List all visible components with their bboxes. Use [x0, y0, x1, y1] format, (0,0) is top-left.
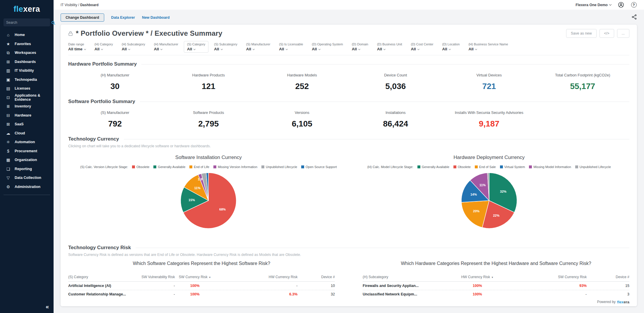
dashboard-title: * Portfolio Overview * / Executive Summa… [76, 29, 222, 37]
account-icon[interactable] [618, 2, 624, 8]
sidebar-item-applications-evidence[interactable]: ⊡Applications & Evidence [0, 93, 54, 102]
row-value: 15 [587, 284, 629, 288]
column-header-sw-vulnerability-risk[interactable]: SW Vulnerability Risk [138, 275, 175, 279]
change-dashboard-button[interactable]: Change Dashboard [61, 13, 104, 22]
stat-s-manufacturer: (S) Manufacturer792 [68, 110, 162, 129]
legend-swatch [132, 165, 135, 168]
chevron-down-icon [221, 48, 223, 50]
search-icon[interactable] [52, 21, 54, 24]
chevron-down-icon [193, 48, 196, 50]
stat-value: 55,177 [536, 82, 630, 91]
stat-value: 9,187 [442, 119, 536, 129]
filter-d-cost-center[interactable]: (D) Cost CenterAll [411, 42, 433, 51]
breadcrumb-section[interactable]: IT Visibility [61, 3, 77, 7]
saas-icon: ⊠ [6, 122, 11, 126]
cloud-icon: ☁ [6, 131, 11, 136]
org-switcher[interactable]: Flexera One Demo [576, 3, 611, 7]
column-header-device[interactable]: Device # [297, 275, 335, 279]
sidebar-item-technopedia[interactable]: ▣Technopedia [0, 75, 54, 84]
pie-slice-label: 11% [479, 183, 486, 187]
filter-d-location[interactable]: (D) LocationAll [442, 42, 460, 51]
sidebar-item-saas[interactable]: ⊠SaaS [0, 120, 54, 129]
filter-s-manufacturer[interactable]: (S) ManufacturerAll [246, 42, 270, 51]
filter-s-is-licensable[interactable]: (S) Is LicensableAll [279, 42, 303, 51]
sidebar-item-label: Organization [15, 158, 37, 162]
sidebar-item-it-visibility[interactable]: ▥IT Visibility [0, 66, 54, 75]
legend-swatch [475, 165, 478, 168]
share-icon[interactable] [632, 14, 637, 21]
data-explorer-link[interactable]: Data Explorer [111, 16, 135, 20]
chevron-down-icon [475, 48, 477, 50]
legend-swatch [453, 165, 456, 168]
save-as-new-button[interactable]: Save as new [566, 29, 597, 38]
filter-h-subcategory[interactable]: (H) SubcategoryAll [122, 42, 145, 51]
legend-swatch [500, 165, 503, 168]
column-header-hw-currency-risk[interactable]: HW Currency Risk▼ [440, 275, 515, 279]
legend-item-missing-model-information: Missing Model Information [529, 165, 571, 169]
sidebar-item-home[interactable]: ⌂Home [0, 30, 54, 40]
embed-code-button[interactable]: </> [600, 29, 614, 38]
column-header-hw-currency-risk[interactable]: HW Currency Risk [215, 275, 297, 279]
stat-h-manufacturer: (H) Manufacturer30 [68, 73, 162, 91]
sidebar-item-label: Data Collection [15, 176, 41, 180]
sidebar-item-procurement[interactable]: $Procurement [0, 147, 54, 156]
filter-date-range[interactable]: Date rangeAll time [68, 42, 86, 51]
filter-d-business-unit[interactable]: (D) Business UnitAll [377, 42, 402, 51]
sidebar-item-favorites[interactable]: ★Favorites [0, 40, 54, 49]
search-input[interactable] [6, 20, 52, 25]
filter-h-business-service-name[interactable]: (H) Business Service NameAll [468, 42, 508, 51]
legend-item-obsolete: Obsolete [453, 165, 471, 169]
software-installation-currency-pie[interactable]: 68%15%11%1.9% [177, 170, 239, 231]
sidebar-item-dashboards[interactable]: ⊞Dashboards [0, 57, 54, 66]
legend-item-open-source-support: Open Source Support [301, 165, 337, 169]
sidebar-item-workspaces[interactable]: ⧉Workspaces [0, 48, 54, 57]
hardware-deployment-currency-pie[interactable]: 32%22%20%14%11% [458, 170, 520, 231]
legend-swatch [301, 165, 304, 168]
star-icon: ★ [6, 42, 11, 46]
filter-d-operating-system[interactable]: (D) Operating SystemAll [312, 42, 343, 51]
sidebar-item-inventory[interactable]: ≣Inventory [0, 102, 54, 111]
sidebar-item-licenses[interactable]: ▤Licenses [0, 84, 54, 93]
column-header-device[interactable]: Device # [587, 275, 629, 279]
hardware-summary-heading: Hardware Portfolio Summary [68, 61, 629, 67]
table-row[interactable]: Artificial Intelligence (AI)-100%-10 [68, 282, 335, 290]
sidebar-item-automation[interactable]: ⚛Automation [0, 138, 54, 147]
column-header-sw-currency-risk[interactable]: SW Currency Risk▼ [175, 275, 215, 279]
sidebar-search[interactable] [4, 18, 50, 26]
new-dashboard-link[interactable]: New Dashboard [142, 16, 169, 20]
table-title: Which Hardware Categories Represent the … [363, 261, 629, 266]
sidebar-item-organization[interactable]: ▦Organization [0, 155, 54, 165]
column-header-sw-currency-risk[interactable]: SW Currency Risk [515, 275, 587, 279]
sidebar-collapse-button[interactable]: « [0, 303, 54, 313]
more-options-button[interactable]: ... [617, 29, 629, 38]
sidebar-item-data-collection[interactable]: ▽Data Collection [0, 173, 54, 182]
legend-item-generally-available: Generally Available [417, 165, 449, 169]
table-row[interactable]: Firewalls and Security Applian...100%93%… [363, 282, 629, 290]
dashboards-icon: ⊞ [6, 59, 11, 64]
sidebar-item-administration[interactable]: ⚙Administration [0, 182, 54, 191]
help-icon[interactable]: ? [631, 2, 637, 8]
filter-d-domain[interactable]: (D) DomainAll [352, 42, 368, 51]
row-category: Firewalls and Security Applian... [363, 284, 440, 288]
hardware-stats: (H) Manufacturer30Hardware Products121Ha… [68, 73, 629, 91]
filter-h-manufacturer[interactable]: (H) ManufacturerAll [154, 42, 178, 51]
sidebar-item-reporting[interactable]: ❏Reporting [0, 165, 54, 174]
legend-swatch [417, 165, 420, 168]
flexera-logo[interactable]: flexera [0, 0, 54, 17]
top-bar: IT Visibility / Dashboard Flexera One De… [54, 0, 644, 10]
filter-s-category[interactable]: (S) CategoryAll [184, 41, 208, 53]
table-header-row: (H) SubcategoryHW Currency Risk▼SW Curre… [363, 273, 629, 282]
legend-swatch [261, 165, 264, 168]
column-header-s-category[interactable]: (S) Category [68, 275, 138, 279]
row-category: Artificial Intelligence (AI) [68, 284, 138, 288]
sidebar-item-cloud[interactable]: ☁Cloud [0, 129, 54, 138]
sidebar-item-hardware[interactable]: ⊟Hardware [0, 111, 54, 120]
column-header-h-subcategory[interactable]: (H) Subcategory [363, 275, 440, 279]
filter-s-subcategory[interactable]: (S) SubcategoryAll [214, 42, 237, 51]
sidebar-item-label: Cloud [15, 131, 25, 135]
sidebar-item-label: IT Visibility [15, 69, 34, 73]
row-value: - [515, 292, 587, 296]
filter-h-category[interactable]: (H) CategoryAll [95, 42, 113, 51]
currency-charts: Software Installation Currency(S) Calc. … [68, 152, 629, 238]
row-value: - [138, 292, 175, 296]
